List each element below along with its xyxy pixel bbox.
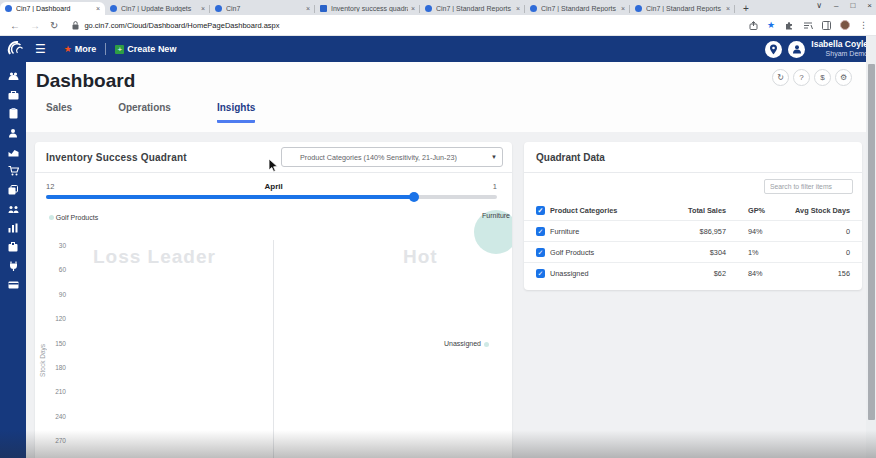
user-info[interactable]: Isabella Coyle Shyam Demo bbox=[811, 39, 868, 58]
settings-gear-button[interactable]: ⚙ bbox=[835, 69, 852, 86]
user-org: Shyam Demo bbox=[811, 50, 868, 59]
create-new-button[interactable]: + Create New bbox=[115, 44, 176, 54]
sidebar-users-icon[interactable] bbox=[8, 70, 19, 81]
new-tab-button[interactable]: + bbox=[743, 2, 749, 15]
y-axis-label: Stock Days bbox=[39, 344, 46, 377]
row-checkbox[interactable]: ✓ bbox=[536, 227, 545, 236]
window-controls: ∨ – □ × bbox=[816, 1, 872, 10]
quadrant-panel-header: Inventory Success Quadrant Product Categ… bbox=[35, 142, 512, 173]
hamburger-menu-icon[interactable]: ☰ bbox=[35, 42, 46, 56]
location-pin-button[interactable] bbox=[765, 41, 782, 58]
window-minimize-icon[interactable]: – bbox=[834, 1, 838, 10]
scrollbar-thumb[interactable] bbox=[868, 64, 875, 420]
slider-min-label: 12 bbox=[46, 182, 54, 191]
data-point-unassigned[interactable] bbox=[484, 342, 489, 347]
user-account-button[interactable] bbox=[788, 41, 805, 58]
extensions-puzzle-icon[interactable] bbox=[784, 20, 794, 30]
cell-gp: 94% bbox=[726, 221, 782, 242]
row-checkbox[interactable]: ✓ bbox=[536, 269, 545, 278]
col-gp-percent[interactable]: GP% bbox=[726, 200, 782, 221]
category-sensitivity-dropdown[interactable]: Product Categories (140% Sensitivity, 21… bbox=[281, 147, 503, 167]
slider-labels: 12 April 1 bbox=[46, 182, 497, 191]
cin7-logo[interactable] bbox=[5, 40, 25, 58]
data-point-label: Golf Products bbox=[56, 214, 98, 221]
cell-total-sales: $86,957 bbox=[660, 221, 726, 242]
sidebar-contacts-icon[interactable] bbox=[8, 127, 19, 138]
browser-tab-update-budgets[interactable]: Cin7 | Update Budgets × bbox=[105, 2, 210, 15]
sidebar-team-icon[interactable] bbox=[8, 203, 19, 214]
back-icon[interactable]: ← bbox=[10, 20, 20, 31]
dashboard-tabs: Sales Operations Insights bbox=[46, 102, 255, 123]
tab-close-icon[interactable]: × bbox=[306, 5, 310, 12]
sidebar-integrations-plug-icon[interactable] bbox=[8, 260, 19, 271]
slider-track[interactable] bbox=[46, 195, 497, 199]
forward-icon[interactable]: → bbox=[30, 20, 40, 31]
page-scrollbar[interactable] bbox=[866, 36, 876, 458]
row-checkbox[interactable]: ✓ bbox=[536, 248, 545, 257]
tab-close-icon[interactable]: × bbox=[516, 5, 520, 12]
col-product-categories[interactable]: Product Categories bbox=[550, 200, 660, 221]
tab-close-icon[interactable]: × bbox=[621, 5, 625, 12]
help-button[interactable]: ? bbox=[793, 69, 810, 86]
url-field[interactable]: go.cin7.com/Cloud/Dashboard/HomePageDash… bbox=[72, 21, 749, 30]
browser-profile-avatar[interactable] bbox=[840, 20, 850, 30]
browser-tab-cin7[interactable]: Cin7 × bbox=[210, 2, 315, 15]
sidebar-payment-card-icon[interactable] bbox=[8, 279, 19, 290]
browser-tab-standard-reports[interactable]: Cin7 | Standard Reports × bbox=[420, 2, 525, 15]
browser-menu-dots-icon[interactable]: ⋮ bbox=[859, 20, 868, 30]
quadrant-data-panel: Quadrant Data ✓ Product Categories Total… bbox=[524, 142, 862, 290]
data-point-golf-products[interactable] bbox=[49, 215, 54, 220]
browser-tab-inventory-quadrant[interactable]: Inventory success quadrant × bbox=[315, 2, 420, 15]
billing-button[interactable]: $ bbox=[814, 69, 831, 86]
slider-handle[interactable] bbox=[409, 192, 419, 202]
cell-avg-stock-days: 0 bbox=[782, 242, 862, 263]
table-header-row: ✓ Product Categories Total Sales GP% Avg… bbox=[524, 200, 862, 221]
sidebar-briefcase-icon[interactable] bbox=[8, 89, 19, 100]
quadrant-data-table: ✓ Product Categories Total Sales GP% Avg… bbox=[524, 200, 862, 283]
browser-tab-standard-reports-setup[interactable]: Cin7 | Standard Reports | Setup × bbox=[525, 2, 630, 15]
sidebar-cart-icon[interactable] bbox=[8, 165, 19, 176]
dashboard-actions: ↻ ? $ ⚙ bbox=[772, 69, 852, 86]
sidebar-clipboard-icon[interactable] bbox=[8, 108, 19, 119]
sidebar-sales-ramp-icon[interactable] bbox=[8, 146, 19, 157]
cin7-favicon bbox=[635, 5, 642, 12]
col-total-sales[interactable]: Total Sales bbox=[660, 200, 726, 221]
cin7-favicon bbox=[215, 5, 222, 12]
browser-menu-chevron-icon[interactable]: ∨ bbox=[816, 1, 822, 10]
tab-close-icon[interactable]: × bbox=[726, 5, 730, 12]
browser-address-bar: ← → ↻ go.cin7.com/Cloud/Dashboard/HomePa… bbox=[0, 15, 876, 36]
cell-total-sales: $304 bbox=[660, 242, 726, 263]
cin7-top-nav: ☰ ★ More + Create New Isabella Coyle Shy… bbox=[0, 36, 876, 62]
dropdown-value: Product Categories (140% Sensitivity, 21… bbox=[300, 153, 457, 162]
reading-list-icon[interactable] bbox=[803, 21, 813, 30]
tab-close-icon[interactable]: × bbox=[411, 5, 415, 12]
quadrant-scatter-chart: Stock Days 30 60 90 120 150 180 210 240 … bbox=[35, 214, 512, 458]
select-all-checkbox[interactable]: ✓ bbox=[536, 206, 545, 215]
tab-operations[interactable]: Operations bbox=[118, 102, 171, 123]
refresh-icon[interactable]: ↻ bbox=[50, 20, 58, 31]
month-slider: 12 April 1 bbox=[46, 182, 497, 199]
table-row: ✓ Golf Products $304 1% 0 bbox=[524, 242, 862, 263]
window-close-icon[interactable]: × bbox=[867, 1, 872, 10]
url-text: go.cin7.com/Cloud/Dashboard/HomePageDash… bbox=[84, 21, 279, 30]
cin7-favicon bbox=[110, 5, 117, 12]
side-panel-icon[interactable] bbox=[822, 21, 831, 30]
tab-close-icon[interactable]: × bbox=[201, 5, 205, 12]
bookmark-star-icon[interactable]: ★ bbox=[767, 20, 775, 30]
col-avg-stock-days[interactable]: Avg Stock Days bbox=[782, 200, 862, 221]
sidebar-copy-orders-icon[interactable] bbox=[8, 184, 19, 195]
nav-divider bbox=[105, 43, 106, 55]
refresh-button[interactable]: ↻ bbox=[772, 69, 789, 86]
tab-close-icon[interactable]: × bbox=[96, 5, 100, 12]
share-icon[interactable] bbox=[749, 21, 758, 30]
search-input[interactable] bbox=[764, 179, 853, 194]
browser-tab-dashboard[interactable]: Cin7 | Dashboard × bbox=[0, 2, 105, 15]
tab-sales[interactable]: Sales bbox=[46, 102, 72, 123]
sidebar-bar-chart-icon[interactable] bbox=[8, 222, 19, 233]
window-maximize-icon[interactable]: □ bbox=[850, 1, 855, 10]
more-button[interactable]: ★ More bbox=[64, 44, 97, 54]
address-bar-actions: ★ ⋮ bbox=[749, 20, 868, 30]
sidebar-shipping-box-icon[interactable] bbox=[8, 241, 19, 252]
browser-tab-standard-reports-sales[interactable]: Cin7 | Standard Reports | Sales | × bbox=[630, 2, 735, 15]
tab-insights[interactable]: Insights bbox=[217, 102, 255, 123]
